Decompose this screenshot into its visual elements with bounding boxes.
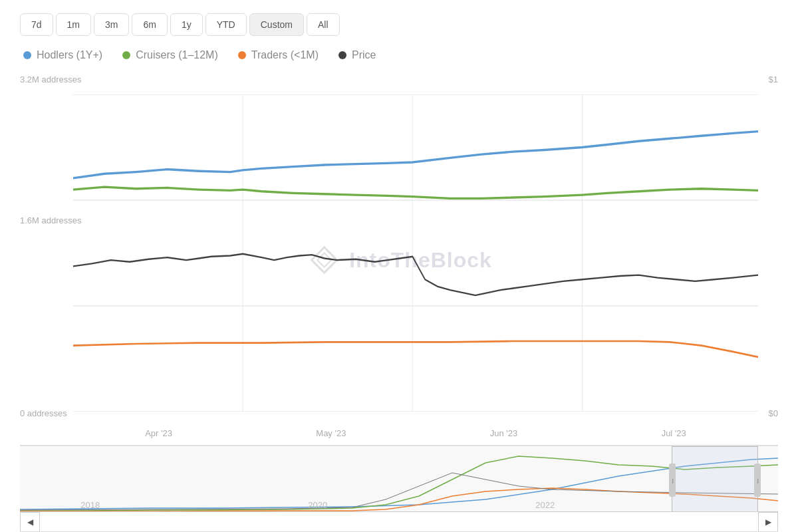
price-line: [73, 254, 758, 295]
mini-label-2022: 2022: [535, 500, 555, 510]
nav-arrow-right[interactable]: ▶: [758, 512, 778, 532]
traders-line: [73, 341, 758, 357]
main-chart: 3.2M addresses 1.6M addresses 0 addresse…: [20, 74, 778, 446]
traders-dot: [238, 51, 246, 59]
mini-navigator: 2018 2020 2022 ||| ||| ◀ ▶: [20, 446, 778, 532]
filter-1m[interactable]: 1m: [56, 13, 91, 36]
legend-traders: Traders (<1M): [238, 49, 319, 61]
x-label-apr: Apr '23: [145, 428, 172, 438]
y-label-32m: 3.2M addresses: [20, 74, 82, 84]
filter-7d[interactable]: 7d: [20, 13, 53, 36]
filter-3m[interactable]: 3m: [94, 13, 129, 36]
cruisers-dot: [122, 51, 130, 59]
filter-6m[interactable]: 6m: [132, 13, 167, 36]
y-label-price-0: $0: [769, 408, 778, 418]
y-label-16m: 1.6M addresses: [20, 215, 82, 225]
main-chart-svg: [73, 94, 758, 412]
range-handle-left[interactable]: |||: [669, 464, 676, 497]
range-selector[interactable]: ||| |||: [672, 446, 758, 513]
filter-custom[interactable]: Custom: [249, 13, 304, 36]
filter-all[interactable]: All: [307, 13, 340, 36]
cruisers-line: [73, 187, 758, 198]
mini-chart-svg: [20, 446, 778, 513]
x-label-may: May '23: [316, 428, 346, 438]
hodlers-dot: [23, 51, 31, 59]
range-handle-right[interactable]: |||: [754, 464, 761, 497]
traders-label: Traders (<1M): [251, 49, 319, 61]
x-label-jul: Jul '23: [662, 428, 686, 438]
nav-arrow-left[interactable]: ◀: [20, 512, 40, 532]
filter-ytd[interactable]: YTD: [205, 13, 247, 36]
cruisers-label: Cruisers (1–12M): [136, 49, 218, 61]
hodlers-line: [73, 132, 758, 178]
chart-section: 3.2M addresses 1.6M addresses 0 addresse…: [20, 74, 778, 532]
hodlers-label: Hodlers (1Y+): [37, 49, 102, 61]
time-filter-bar: 7d 1m 3m 6m 1y YTD Custom All: [20, 13, 778, 36]
y-label-0: 0 addresses: [20, 408, 67, 418]
legend-cruisers: Cruisers (1–12M): [122, 49, 218, 61]
legend-price: Price: [338, 49, 376, 61]
main-container: 7d 1m 3m 6m 1y YTD Custom All Hodlers (1…: [0, 0, 798, 532]
chart-legend: Hodlers (1Y+) Cruisers (1–12M) Traders (…: [20, 49, 778, 61]
x-label-jun: Jun '23: [490, 428, 518, 438]
legend-hodlers: Hodlers (1Y+): [23, 49, 102, 61]
mini-nav-bar: ◀ ▶: [20, 511, 778, 531]
y-label-price-1: $1: [769, 74, 778, 84]
price-dot: [338, 51, 346, 59]
filter-1y[interactable]: 1y: [170, 13, 203, 36]
mini-label-2018: 2018: [80, 500, 100, 510]
price-label: Price: [352, 49, 376, 61]
mini-label-2020: 2020: [308, 500, 327, 510]
